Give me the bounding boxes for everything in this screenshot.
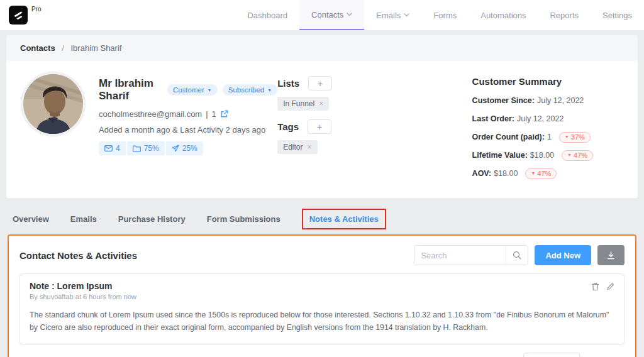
summary-value: 1 bbox=[547, 133, 552, 141]
summary-label: AOV: bbox=[472, 169, 492, 178]
contact-name: Mr Ibrahim Sharif bbox=[99, 77, 162, 102]
summary-row-lifetime-value: Lifetime Value: $18.00 ▼47% bbox=[472, 149, 623, 162]
add-new-button[interactable]: Add New bbox=[535, 245, 591, 265]
summary-row-aov: AOV: $18.00 ▼47% bbox=[472, 167, 623, 180]
delete-note-button[interactable] bbox=[591, 282, 599, 291]
summary-label: Last Order: bbox=[472, 114, 514, 123]
tags-title: Tags bbox=[277, 121, 299, 132]
remove-icon[interactable]: × bbox=[308, 143, 312, 151]
trend-value: 37% bbox=[571, 133, 585, 141]
logo-glyph bbox=[13, 9, 24, 21]
plus-icon: + bbox=[317, 122, 322, 132]
nav-item-contacts[interactable]: Contacts bbox=[299, 0, 364, 30]
summary-label: Lifetime Value: bbox=[472, 151, 528, 160]
summary-value: $18.00 bbox=[530, 151, 554, 160]
stat-value: 75% bbox=[144, 144, 159, 153]
tab-form-submissions[interactable]: Form Submissions bbox=[207, 214, 280, 224]
summary-row-order-count: Order Count (paid): 1 ▼37% bbox=[472, 131, 623, 143]
trend-badge: ▼37% bbox=[559, 132, 591, 143]
summary-row-customer-since: Customer Since: July 12, 2022 bbox=[472, 94, 623, 107]
nav-label: Contacts bbox=[311, 10, 343, 19]
notes-activities-panel: Contact Notes & Activities Add New Note … bbox=[8, 234, 636, 357]
stat-value: 25% bbox=[182, 144, 197, 153]
trend-down-icon: ▼ bbox=[531, 171, 535, 175]
nav-label: Settings bbox=[602, 11, 632, 20]
note-body: The standard chunk of Lorem Ipsum used s… bbox=[30, 309, 614, 334]
nav-label: Automations bbox=[480, 11, 526, 20]
tab-notes-activities[interactable]: Notes & Activities bbox=[302, 209, 386, 229]
nav-label: Forms bbox=[433, 11, 457, 20]
stat-open-rate: 75% bbox=[127, 141, 165, 155]
nav-item-emails[interactable]: Emails bbox=[364, 0, 421, 30]
stat-click-rate: 25% bbox=[166, 141, 203, 155]
brand: Pro bbox=[9, 0, 42, 30]
send-icon bbox=[172, 145, 179, 152]
trend-value: 47% bbox=[574, 151, 587, 159]
tab-emails[interactable]: Emails bbox=[70, 214, 97, 224]
fluentcrm-logo-icon[interactable] bbox=[9, 6, 28, 25]
pro-label: Pro bbox=[31, 6, 42, 13]
download-icon bbox=[607, 251, 615, 260]
lists-tags-column: Lists + In Funnel × Tags + Editor × bbox=[277, 72, 472, 185]
nav-label: Reports bbox=[550, 11, 579, 20]
folder-icon bbox=[133, 145, 141, 152]
breadcrumb-separator: / bbox=[62, 43, 64, 53]
activity-text: Added a month ago & Last Activity 2 days… bbox=[99, 125, 277, 135]
stat-value: 4 bbox=[116, 144, 120, 153]
customer-summary: Customer Summary Customer Since: July 12… bbox=[472, 72, 623, 185]
search-input[interactable] bbox=[414, 246, 505, 265]
search-box bbox=[414, 245, 528, 265]
plus-icon: + bbox=[318, 79, 323, 89]
summary-label: Order Count (paid): bbox=[472, 133, 545, 141]
tab-purchase-history[interactable]: Purchase History bbox=[118, 214, 186, 224]
breadcrumb-section[interactable]: Contacts bbox=[20, 43, 55, 53]
envelope-icon bbox=[104, 145, 113, 151]
edit-note-button[interactable] bbox=[606, 282, 614, 291]
pipe-separator: | bbox=[206, 109, 208, 119]
page-size-select[interactable]: 10/page bbox=[523, 353, 580, 357]
tab-overview[interactable]: Overview bbox=[13, 214, 49, 224]
nav-item-forms[interactable]: Forms bbox=[421, 0, 469, 30]
nav-item-automations[interactable]: Automations bbox=[469, 0, 538, 30]
summary-row-last-order: Last Order: July 12, 2022 bbox=[472, 113, 623, 125]
trash-icon bbox=[591, 282, 599, 291]
summary-value: $18.00 bbox=[494, 169, 518, 178]
caret-down-icon: ▼ bbox=[267, 88, 272, 92]
add-tag-button[interactable]: + bbox=[308, 119, 331, 134]
search-icon[interactable] bbox=[505, 246, 528, 265]
chevron-down-icon bbox=[347, 13, 352, 16]
nav-item-dashboard[interactable]: Dashboard bbox=[235, 0, 299, 30]
add-list-button[interactable]: + bbox=[308, 76, 332, 91]
summary-value: July 12, 2022 bbox=[517, 114, 564, 123]
contact-detail-tabs: Overview Emails Purchase History Form Su… bbox=[13, 206, 638, 232]
top-navigation-bar: Pro Dashboard Contacts Emails Forms Auto… bbox=[0, 0, 644, 30]
trend-down-icon: ▼ bbox=[565, 135, 569, 139]
external-link-icon[interactable] bbox=[220, 110, 228, 118]
pagination-bar: Total 1 10/page ‹ 1 › bbox=[19, 345, 625, 357]
nav-item-settings[interactable]: Settings bbox=[591, 0, 644, 30]
lists-title: Lists bbox=[277, 78, 299, 89]
export-button[interactable] bbox=[597, 245, 625, 265]
subscription-status-badge[interactable]: Subscribed ▼ bbox=[223, 84, 277, 96]
contact-profile-card: Mr Ibrahim Sharif Customer ▼ Subscribed … bbox=[6, 61, 638, 198]
note-title: Note : Lorem Ipsum bbox=[30, 281, 591, 291]
nav-item-reports[interactable]: Reports bbox=[538, 0, 591, 30]
contact-email: cocholmesthree@gmail.com bbox=[99, 109, 202, 119]
tag-label: In Funnel bbox=[283, 99, 314, 108]
main-nav: Dashboard Contacts Emails Forms Automati… bbox=[235, 0, 644, 30]
contact-type-badge[interactable]: Customer ▼ bbox=[167, 84, 218, 96]
pencil-icon bbox=[606, 282, 614, 290]
trend-value: 47% bbox=[537, 170, 551, 177]
email-count: 1 bbox=[212, 109, 216, 119]
remove-icon[interactable]: × bbox=[319, 100, 323, 107]
customer-summary-title: Customer Summary bbox=[472, 76, 623, 87]
chevron-down-icon bbox=[404, 13, 409, 17]
note-card: Note : Lorem Ipsum By shuvoaftab at 6 ho… bbox=[19, 273, 625, 345]
note-byline: By shuvoaftab at 6 hours from now bbox=[30, 293, 614, 300]
tag-label: Editor bbox=[283, 143, 303, 151]
contact-stats: 4 75% 25% bbox=[99, 141, 277, 155]
breadcrumb-current: Ibrahim Sharif bbox=[71, 43, 122, 53]
tag-editor: Editor × bbox=[277, 140, 317, 154]
stat-emails: 4 bbox=[99, 141, 126, 155]
nav-label: Dashboard bbox=[247, 11, 287, 20]
